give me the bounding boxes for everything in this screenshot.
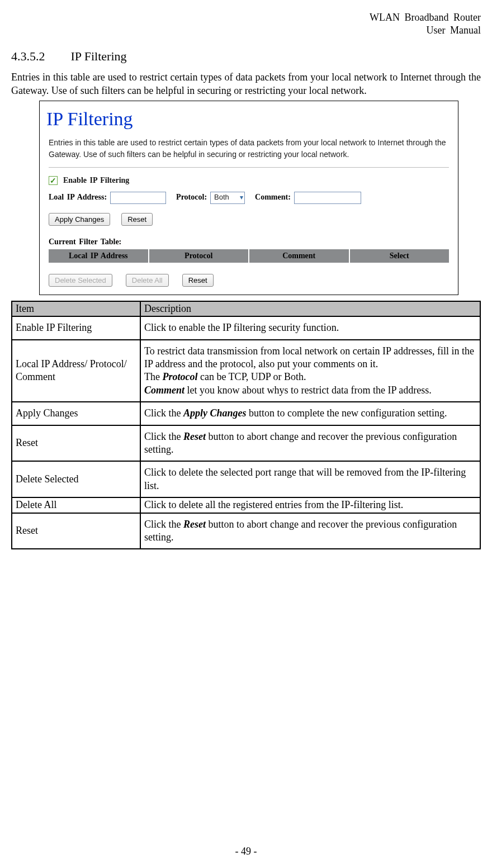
cell-item: Reset [12,425,140,462]
protocol-select[interactable]: Both ▾ [210,192,245,204]
page-number: - 49 - [0,845,492,858]
th-desc: Description [140,301,480,316]
button-row-1: Apply Changes Reset [49,213,449,226]
reset-button-2[interactable]: Reset [182,274,214,287]
section-title: IP Filtering [71,49,127,63]
th-item: Item [12,301,140,316]
filter-table-header: Local IP Address Protocol Comment Select [49,249,449,263]
doc-header-line1: WLAN Broadband Router [11,11,481,24]
cell-desc: Click to delete the selected port range … [140,461,480,497]
table-row: ResetClick the Reset button to abort cha… [12,513,480,549]
screenshot-panel: IP Filtering Entries in this table are u… [39,101,458,295]
ip-label: Loal IP Address: [49,192,107,202]
comment-input[interactable] [294,192,361,204]
table-row: Delete AllClick to delete all the regist… [12,497,480,513]
doc-header: WLAN Broadband Router User Manual [11,11,481,37]
filter-table-heading: Current Filter Table: [49,237,449,247]
fields-row: Loal IP Address: Protocol: Both ▾ Commen… [49,192,449,204]
cell-desc: Click the Apply Changes button to comple… [140,402,480,425]
section-number: 4.3.5.2 [11,49,45,65]
comment-label: Comment: [255,192,291,202]
col-ip: Local IP Address [49,249,149,263]
cell-item: Reset [12,513,140,549]
apply-changes-button[interactable]: Apply Changes [49,213,110,226]
divider [49,167,449,168]
intro-paragraph: Entries in this table are used to restri… [11,71,481,97]
col-protocol: Protocol [149,249,250,263]
chevron-down-icon: ▾ [240,193,243,202]
enable-row: ✓ Enable IP Filtering [49,176,449,186]
cell-item: Delete Selected [12,461,140,497]
protocol-value: Both [214,193,229,202]
panel-title: IP Filtering [46,107,458,131]
description-table: Item Description Enable IP FilteringClic… [11,301,481,549]
table-header-row: Item Description [12,301,480,316]
table-row: Apply ChangesClick the Apply Changes but… [12,402,480,425]
cell-desc: Click the Reset button to abort change a… [140,425,480,462]
col-select: Select [350,249,450,263]
section-heading: 4.3.5.2IP Filtering [11,49,481,65]
doc-header-line2: User Manual [11,24,481,37]
protocol-label: Protocol: [176,192,207,202]
table-row: ResetClick the Reset button to abort cha… [12,425,480,462]
table-row: Enable IP FilteringClick to enable the I… [12,316,480,339]
ip-input[interactable] [110,192,166,204]
delete-all-button[interactable]: Delete All [126,274,169,287]
enable-label: Enable IP Filtering [63,176,129,186]
col-comment: Comment [249,249,350,263]
cell-desc: Click the Reset button to abort change a… [140,513,480,549]
cell-item: Enable IP Filtering [12,316,140,339]
reset-button[interactable]: Reset [121,213,153,226]
cell-item: Apply Changes [12,402,140,425]
cell-item: Local IP Address/ Protocol/ Comment [12,340,140,402]
panel-desc: Entries in this table are used to restri… [49,137,449,160]
enable-checkbox[interactable]: ✓ [49,176,58,185]
table-row: Local IP Address/ Protocol/ CommentTo re… [12,340,480,402]
cell-desc: To restrict data transmission from local… [140,340,480,402]
delete-selected-button[interactable]: Delete Selected [49,274,112,287]
cell-desc: Click to delete all the registered entri… [140,497,480,513]
cell-item: Delete All [12,497,140,513]
cell-desc: Click to enable the IP filtering securit… [140,316,480,339]
table-row: Delete SelectedClick to delete the selec… [12,461,480,497]
button-row-2: Delete Selected Delete All Reset [49,274,449,287]
